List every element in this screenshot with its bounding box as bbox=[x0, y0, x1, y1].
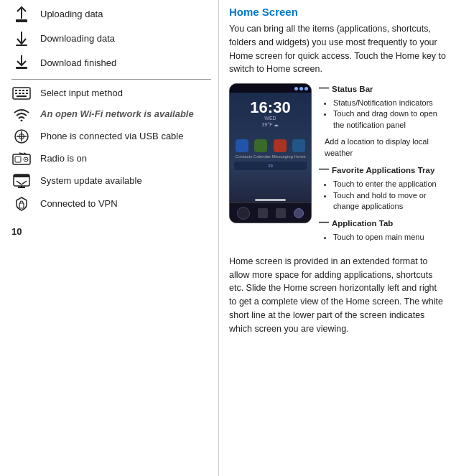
fav-tray-title: Favorite Applications Tray bbox=[332, 164, 434, 176]
app-tab-title: Application Tab bbox=[332, 218, 393, 229]
wifi-icon: ? bbox=[11, 107, 32, 121]
radio-icon bbox=[11, 151, 32, 166]
left-column: Uploading data Downloading data Download… bbox=[0, 0, 219, 476]
app-tab-annotation: — Application Tab Touch to open main men… bbox=[319, 218, 446, 243]
phone-date-day: WED bbox=[230, 116, 311, 121]
phone-browser-icon bbox=[258, 208, 268, 218]
section-title: Home Screen bbox=[229, 6, 446, 18]
fav-tray-bullet-2: Touch and hold to move or change applica… bbox=[333, 190, 446, 213]
uploading-data-row: Uploading data bbox=[11, 6, 211, 23]
downloading-label: Downloading data bbox=[40, 33, 115, 45]
svg-rect-10 bbox=[22, 90, 24, 91]
svg-rect-11 bbox=[26, 90, 28, 91]
status-bar-bullet-1: Status/Notification indicators bbox=[333, 98, 446, 108]
weather-annotation: Add a location to display local weather bbox=[325, 136, 446, 159]
page-number: 10 bbox=[11, 226, 211, 237]
svg-rect-4 bbox=[16, 45, 27, 46]
status-indicator-1 bbox=[294, 87, 298, 90]
status-indicator-3 bbox=[304, 87, 308, 90]
right-column: Home Screen You can bring all the items … bbox=[219, 0, 456, 476]
svg-rect-15 bbox=[26, 93, 28, 94]
phone-app-home bbox=[292, 139, 305, 152]
usb-icon bbox=[11, 129, 32, 144]
uploading-icon bbox=[11, 6, 32, 23]
status-indicator-2 bbox=[299, 87, 303, 90]
phone-music-icon bbox=[276, 208, 286, 218]
phone-status-bar bbox=[230, 84, 311, 93]
svg-point-26 bbox=[25, 159, 27, 160]
svg-rect-16 bbox=[17, 95, 27, 97]
download-finished-icon bbox=[11, 55, 32, 72]
svg-line-34 bbox=[22, 181, 27, 185]
phone-nav-bar bbox=[255, 199, 286, 201]
phone-app-contacts bbox=[236, 139, 248, 152]
fav-tray-bullets: Touch to enter the application Touch and… bbox=[319, 179, 446, 212]
svg-rect-9 bbox=[19, 90, 21, 91]
fav-tray-annotation: — Favorite Applications Tray Touch to en… bbox=[319, 164, 446, 212]
app-tab-title-line: — Application Tab bbox=[319, 218, 446, 229]
svg-rect-8 bbox=[15, 90, 17, 91]
phone-screen: 16:30 WED 39°F ☁ Contacts Calendar Messa… bbox=[230, 84, 311, 223]
phone-apps-icon bbox=[294, 208, 304, 218]
svg-rect-2 bbox=[16, 21, 27, 22]
status-bar-bullets: Status/Notification indicators Touch and… bbox=[319, 98, 446, 131]
phone-bottom-bar bbox=[230, 202, 311, 223]
keyboard-icon bbox=[11, 87, 32, 100]
download-finished-row: Download finished bbox=[11, 55, 211, 72]
usb-row: Phone is connected via USB cable bbox=[11, 129, 211, 144]
status-bar-title: Status Bar bbox=[332, 83, 373, 95]
phone-apps-row-1 bbox=[230, 136, 311, 154]
svg-line-33 bbox=[17, 181, 22, 185]
system-update-row: System update available bbox=[11, 173, 211, 189]
phone-call-icon bbox=[237, 207, 250, 220]
svg-rect-12 bbox=[15, 93, 17, 94]
fav-tray-title-line: — Favorite Applications Tray bbox=[319, 164, 446, 176]
status-bar-annotation: — Status Bar Status/Notification indicat… bbox=[319, 83, 446, 131]
usb-label: Phone is connected via USB cable bbox=[40, 131, 183, 143]
radio-row: Radio is on bbox=[11, 151, 211, 166]
vpn-row: Connected to VPN bbox=[11, 196, 211, 212]
svg-text:?: ? bbox=[20, 108, 23, 113]
downloading-data-row: Downloading data bbox=[11, 30, 211, 47]
phone-app-calendar bbox=[254, 139, 267, 152]
radio-label: Radio is on bbox=[40, 153, 87, 165]
annotations-panel: — Status Bar Status/Notification indicat… bbox=[319, 83, 446, 248]
vpn-label: Connected to VPN bbox=[40, 198, 118, 210]
phone-diagram: 16:30 WED 39°F ☁ Contacts Calendar Messa… bbox=[229, 83, 446, 248]
downloading-icon bbox=[11, 30, 32, 47]
body-text-bottom: Home screen is provided in an extended f… bbox=[229, 255, 446, 336]
fav-tray-bullet-1: Touch to enter the application bbox=[333, 179, 446, 190]
vpn-icon bbox=[11, 196, 32, 212]
svg-rect-23 bbox=[13, 154, 30, 164]
select-input-label: Select input method bbox=[40, 88, 123, 100]
svg-rect-14 bbox=[22, 93, 24, 94]
uploading-label: Uploading data bbox=[40, 9, 103, 21]
status-bar-title-line: — Status Bar bbox=[319, 83, 446, 95]
svg-rect-30 bbox=[14, 174, 29, 177]
system-update-label: System update available bbox=[40, 175, 142, 187]
phone-app-messaging bbox=[274, 139, 287, 152]
weather-label: Add a location to display local weather bbox=[325, 137, 429, 157]
divider bbox=[11, 79, 211, 80]
phone-weather: 39°F ☁ bbox=[230, 122, 311, 128]
select-input-row: Select input method bbox=[11, 87, 211, 100]
open-wifi-label: An open Wi-Fi network is available bbox=[40, 108, 194, 121]
system-update-icon bbox=[11, 173, 32, 189]
svg-rect-35 bbox=[19, 203, 24, 208]
open-wifi-row: ? An open Wi-Fi network is available bbox=[11, 107, 211, 121]
svg-rect-13 bbox=[19, 93, 21, 94]
app-tab-bullet-1: Touch to open main menu bbox=[333, 232, 446, 243]
phone-calendar-widget: 29 bbox=[234, 162, 307, 170]
download-finished-label: Download finished bbox=[40, 57, 116, 70]
phone-mockup: 16:30 WED 39°F ☁ Contacts Calendar Messa… bbox=[229, 83, 312, 223]
status-bar-bullet-2: Touch and drag down to open the notifica… bbox=[333, 108, 446, 131]
phone-app-labels: Contacts Calendar Messaging Home bbox=[230, 154, 311, 159]
intro-text: You can bring all the items (application… bbox=[229, 22, 446, 76]
app-tab-bullets: Touch to open main menu bbox=[319, 232, 446, 243]
svg-rect-24 bbox=[15, 157, 21, 162]
svg-point-17 bbox=[21, 120, 23, 122]
svg-rect-6 bbox=[16, 67, 27, 69]
